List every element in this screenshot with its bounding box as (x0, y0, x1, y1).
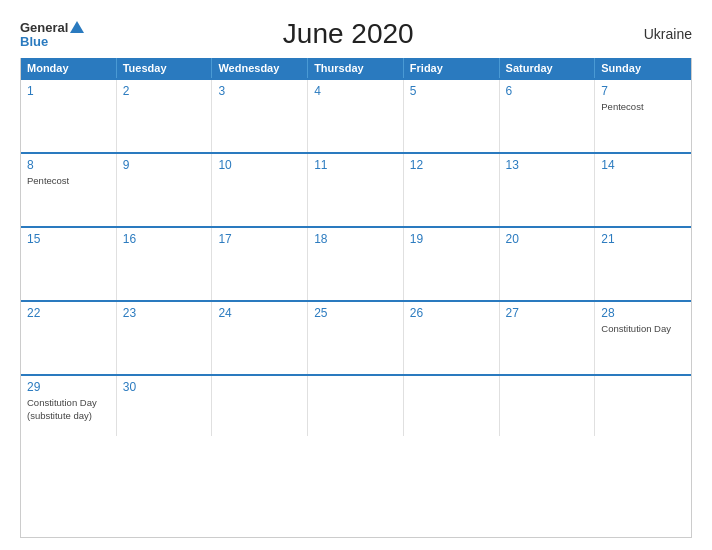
calendar-header-sunday: Sunday (595, 58, 691, 78)
calendar-cell: 18 (308, 228, 404, 300)
calendar-cell: 19 (404, 228, 500, 300)
day-number: 11 (314, 158, 397, 172)
day-number: 4 (314, 84, 397, 98)
day-number: 3 (218, 84, 301, 98)
header: General Blue June 2020 Ukraine (20, 18, 692, 50)
logo-blue-text: Blue (20, 35, 48, 48)
calendar-cell: 20 (500, 228, 596, 300)
logo-general-text: General (20, 21, 68, 34)
calendar-cell: 14 (595, 154, 691, 226)
calendar-cell: 9 (117, 154, 213, 226)
day-number: 9 (123, 158, 206, 172)
day-event: Pentecost (27, 175, 69, 186)
calendar: MondayTuesdayWednesdayThursdayFridaySatu… (20, 58, 692, 538)
calendar-body: 1234567Pentecost8Pentecost91011121314151… (21, 78, 691, 436)
calendar-header-friday: Friday (404, 58, 500, 78)
calendar-cell: 21 (595, 228, 691, 300)
day-number: 23 (123, 306, 206, 320)
day-number: 22 (27, 306, 110, 320)
day-event: Constitution Day (601, 323, 671, 334)
calendar-header-monday: Monday (21, 58, 117, 78)
day-number: 16 (123, 232, 206, 246)
calendar-cell: 6 (500, 80, 596, 152)
day-number: 21 (601, 232, 685, 246)
day-number: 19 (410, 232, 493, 246)
day-number: 14 (601, 158, 685, 172)
calendar-cell: 25 (308, 302, 404, 374)
day-number: 25 (314, 306, 397, 320)
day-number: 10 (218, 158, 301, 172)
calendar-cell: 12 (404, 154, 500, 226)
calendar-title: June 2020 (84, 18, 612, 50)
day-number: 27 (506, 306, 589, 320)
calendar-week-5: 29Constitution Day (substitute day)30 (21, 374, 691, 436)
day-number: 28 (601, 306, 685, 320)
calendar-week-2: 8Pentecost91011121314 (21, 152, 691, 226)
calendar-cell: 22 (21, 302, 117, 374)
day-number: 17 (218, 232, 301, 246)
calendar-week-1: 1234567Pentecost (21, 78, 691, 152)
calendar-cell: 23 (117, 302, 213, 374)
calendar-cell: 27 (500, 302, 596, 374)
day-number: 5 (410, 84, 493, 98)
calendar-cell: 4 (308, 80, 404, 152)
calendar-header-thursday: Thursday (308, 58, 404, 78)
day-event: Pentecost (601, 101, 643, 112)
day-number: 29 (27, 380, 110, 394)
calendar-cell: 5 (404, 80, 500, 152)
calendar-cell: 26 (404, 302, 500, 374)
calendar-cell: 10 (212, 154, 308, 226)
calendar-cell: 29Constitution Day (substitute day) (21, 376, 117, 436)
day-number: 24 (218, 306, 301, 320)
logo: General Blue (20, 21, 84, 48)
day-number: 6 (506, 84, 589, 98)
day-number: 30 (123, 380, 206, 394)
calendar-header-saturday: Saturday (500, 58, 596, 78)
calendar-cell: 1 (21, 80, 117, 152)
calendar-cell: 2 (117, 80, 213, 152)
logo-text: General Blue (20, 21, 84, 48)
calendar-cell: 28Constitution Day (595, 302, 691, 374)
calendar-header: MondayTuesdayWednesdayThursdayFridaySatu… (21, 58, 691, 78)
logo-triangle-icon (70, 21, 84, 33)
calendar-header-tuesday: Tuesday (117, 58, 213, 78)
calendar-cell (308, 376, 404, 436)
day-number: 18 (314, 232, 397, 246)
day-number: 2 (123, 84, 206, 98)
calendar-cell (212, 376, 308, 436)
calendar-cell (404, 376, 500, 436)
day-number: 15 (27, 232, 110, 246)
calendar-cell (500, 376, 596, 436)
day-number: 13 (506, 158, 589, 172)
calendar-cell (595, 376, 691, 436)
day-number: 26 (410, 306, 493, 320)
country-label: Ukraine (612, 26, 692, 42)
day-number: 20 (506, 232, 589, 246)
calendar-cell: 15 (21, 228, 117, 300)
calendar-cell: 7Pentecost (595, 80, 691, 152)
day-number: 12 (410, 158, 493, 172)
calendar-header-wednesday: Wednesday (212, 58, 308, 78)
calendar-cell: 17 (212, 228, 308, 300)
calendar-cell: 11 (308, 154, 404, 226)
day-event: Constitution Day (substitute day) (27, 397, 97, 421)
calendar-week-3: 15161718192021 (21, 226, 691, 300)
calendar-cell: 8Pentecost (21, 154, 117, 226)
calendar-cell: 3 (212, 80, 308, 152)
calendar-week-4: 22232425262728Constitution Day (21, 300, 691, 374)
day-number: 8 (27, 158, 110, 172)
page: General Blue June 2020 Ukraine MondayTue… (0, 0, 712, 550)
calendar-cell: 30 (117, 376, 213, 436)
day-number: 1 (27, 84, 110, 98)
day-number: 7 (601, 84, 685, 98)
calendar-cell: 16 (117, 228, 213, 300)
calendar-cell: 13 (500, 154, 596, 226)
calendar-cell: 24 (212, 302, 308, 374)
